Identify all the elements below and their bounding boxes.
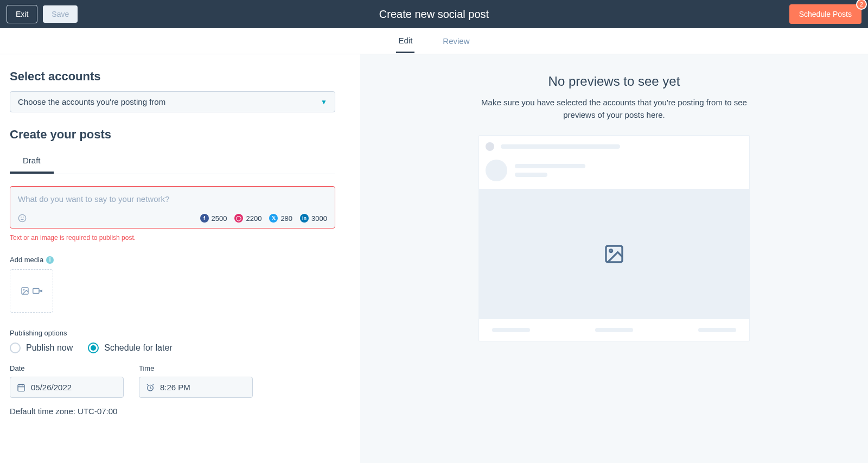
time-value: 8:26 PM bbox=[160, 383, 190, 392]
image-placeholder-icon bbox=[603, 243, 625, 265]
skeleton-avatar-small bbox=[486, 142, 494, 151]
info-icon[interactable]: i bbox=[46, 256, 54, 264]
validation-error: Text or an image is required to publish … bbox=[10, 234, 350, 242]
workflow-tabs: Edit Review bbox=[0, 28, 868, 54]
svg-point-4 bbox=[23, 289, 24, 290]
skeleton-line bbox=[492, 328, 530, 332]
radio-icon bbox=[10, 343, 21, 353]
image-icon bbox=[21, 287, 29, 295]
skeleton-line bbox=[501, 144, 620, 149]
top-bar: Exit Save Create new social post Schedul… bbox=[0, 0, 868, 28]
chevron-down-icon: ▼ bbox=[321, 98, 327, 106]
skeleton-line bbox=[698, 328, 736, 332]
radio-schedule-later[interactable]: Schedule for later bbox=[88, 343, 172, 353]
tab-review[interactable]: Review bbox=[441, 30, 471, 52]
radio-publish-now[interactable]: Publish now bbox=[10, 343, 73, 353]
add-media-label: Add media i bbox=[10, 256, 350, 264]
save-button: Save bbox=[43, 5, 78, 23]
tab-edit[interactable]: Edit bbox=[396, 29, 414, 53]
counter-linkedin: in3000 bbox=[300, 214, 327, 223]
counter-twitter: 𝕏280 bbox=[269, 214, 292, 223]
select-accounts-heading: Select accounts bbox=[10, 69, 350, 84]
video-icon bbox=[33, 287, 42, 295]
exit-button[interactable]: Exit bbox=[7, 5, 37, 23]
skeleton-line bbox=[515, 173, 547, 177]
counter-facebook: f2500 bbox=[200, 214, 227, 223]
page-title: Create new social post bbox=[379, 8, 489, 21]
emoji-icon[interactable] bbox=[18, 214, 27, 223]
post-subtabs: Draft bbox=[10, 149, 335, 174]
time-label: Time bbox=[139, 364, 253, 372]
svg-rect-7 bbox=[18, 384, 24, 391]
skeleton-line bbox=[515, 164, 585, 168]
accounts-dropdown-placeholder: Choose the accounts you're posting from bbox=[18, 97, 165, 106]
timezone-text: Default time zone: UTC-07:00 bbox=[10, 407, 350, 416]
calendar-icon bbox=[17, 383, 25, 392]
accounts-dropdown[interactable]: Choose the accounts you're posting from … bbox=[10, 91, 335, 112]
preview-skeleton bbox=[478, 135, 750, 341]
preview-empty-title: No previews to see yet bbox=[371, 74, 857, 89]
date-input[interactable]: 05/26/2022 bbox=[10, 377, 124, 398]
svg-point-13 bbox=[610, 250, 612, 252]
skeleton-avatar-large bbox=[486, 160, 507, 181]
twitter-icon: 𝕏 bbox=[269, 214, 278, 223]
svg-point-0 bbox=[18, 214, 25, 221]
publishing-options-label: Publishing options bbox=[10, 329, 350, 337]
preview-empty-desc: Make sure you have selected the accounts… bbox=[473, 97, 755, 121]
schedule-posts-button[interactable]: Schedule Posts bbox=[789, 4, 861, 24]
counter-instagram: ◯2200 bbox=[234, 214, 261, 223]
add-media-button[interactable] bbox=[10, 269, 53, 313]
facebook-icon: f bbox=[200, 214, 209, 223]
preview-panel: No previews to see yet Make sure you hav… bbox=[360, 54, 868, 463]
radio-icon bbox=[88, 343, 99, 353]
svg-marker-6 bbox=[40, 290, 42, 292]
create-posts-heading: Create your posts bbox=[10, 128, 350, 142]
notification-badge: 2 bbox=[856, 0, 867, 10]
date-label: Date bbox=[10, 364, 124, 372]
skeleton-line bbox=[595, 328, 633, 332]
radio-label: Publish now bbox=[26, 343, 73, 353]
linkedin-icon: in bbox=[300, 214, 309, 223]
instagram-icon: ◯ bbox=[234, 214, 243, 223]
svg-rect-5 bbox=[33, 289, 39, 294]
tab-draft[interactable]: Draft bbox=[10, 149, 54, 174]
radio-label: Schedule for later bbox=[104, 343, 172, 353]
skeleton-image bbox=[479, 189, 749, 319]
date-value: 05/26/2022 bbox=[31, 383, 72, 392]
edit-panel: Select accounts Choose the accounts you'… bbox=[0, 54, 360, 463]
post-text-input[interactable] bbox=[10, 187, 335, 210]
time-input[interactable]: 8:26 PM bbox=[139, 377, 253, 398]
post-composer: f2500 ◯2200 𝕏280 in3000 bbox=[10, 186, 335, 229]
clock-icon bbox=[146, 383, 155, 392]
